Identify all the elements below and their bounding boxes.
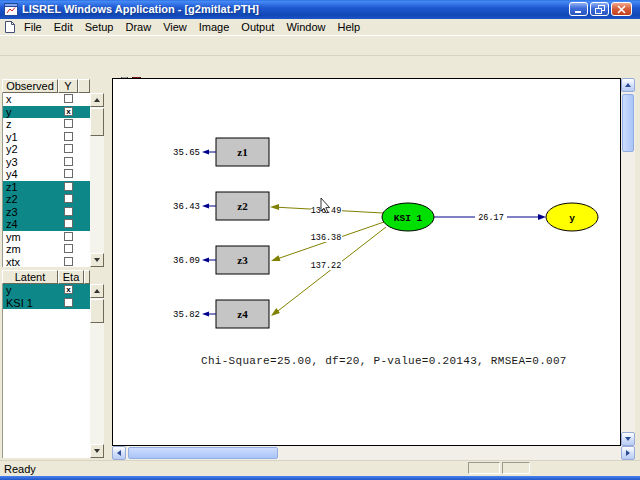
observed-row[interactable]: y2: [3, 143, 90, 156]
observed-box-z4[interactable]: z4: [216, 300, 269, 328]
structural-path-ksi1-y[interactable]: 26.17: [434, 210, 546, 223]
menu-output[interactable]: Output: [235, 19, 280, 35]
menu-setup[interactable]: Setup: [79, 19, 120, 35]
menu-help[interactable]: Help: [332, 19, 367, 35]
observed-row[interactable]: y4: [3, 168, 90, 181]
y-checkbox[interactable]: [64, 257, 73, 266]
svg-text:y: y: [569, 213, 575, 224]
scroll-right-button[interactable]: [621, 446, 635, 460]
scroll-down-button[interactable]: [90, 253, 104, 267]
observed-box-z3[interactable]: z3: [216, 246, 269, 274]
scroll-down-icon: [94, 258, 100, 262]
scroll-up-button[interactable]: [90, 284, 104, 298]
error-arrow-z4[interactable]: 35.82: [173, 310, 216, 320]
y-column-header[interactable]: Y: [58, 79, 78, 93]
minimize-button[interactable]: [569, 2, 588, 16]
menu-edit[interactable]: Edit: [48, 19, 79, 35]
svg-text:35.82: 35.82: [173, 310, 200, 320]
menu-window[interactable]: Window: [280, 19, 331, 35]
minimize-icon: [574, 5, 583, 13]
vertical-scrollbar[interactable]: [621, 78, 635, 446]
scroll-down-button[interactable]: [90, 444, 104, 458]
y-checkbox[interactable]: x: [64, 107, 73, 116]
menu-image[interactable]: Image: [193, 19, 236, 35]
svg-text:z1: z1: [237, 146, 247, 158]
observed-row[interactable]: z1: [3, 181, 90, 194]
scroll-left-icon: [117, 450, 121, 456]
eta-checkbox[interactable]: [64, 298, 73, 307]
observed-row[interactable]: ym: [3, 231, 90, 244]
observed-row[interactable]: z4: [3, 218, 90, 231]
horizontal-scrollbar[interactable]: [112, 446, 635, 460]
app-icon[interactable]: [4, 3, 18, 16]
app-window: LISREL Windows Application - [g2mitlat.P…: [0, 0, 640, 480]
observed-row[interactable]: yx: [3, 106, 90, 119]
observed-row[interactable]: z2: [3, 193, 90, 206]
latent-header-stub: [84, 270, 90, 284]
scrollbar-thumb[interactable]: [90, 299, 104, 323]
menu-view[interactable]: View: [157, 19, 193, 35]
observed-row[interactable]: y3: [3, 156, 90, 169]
status-panel: [468, 462, 500, 474]
path-diagram-canvas[interactable]: z1 z2 z3 z4 35.65 3: [112, 78, 621, 446]
menu-file[interactable]: File: [18, 19, 48, 35]
observed-row[interactable]: z3: [3, 206, 90, 219]
y-checkbox[interactable]: [64, 157, 73, 166]
variables-panel: Observed Y x yx z y1 y2 y3 y4 z1 z2 z3 z…: [0, 77, 112, 460]
scrollbar-thumb[interactable]: [90, 108, 104, 136]
observed-row[interactable]: xtx: [3, 256, 90, 268]
observed-box-z1[interactable]: z1: [216, 138, 269, 166]
title-bar: LISREL Windows Application - [g2mitlat.P…: [0, 0, 640, 19]
latent-factor-ellipse[interactable]: KSI 1: [382, 203, 434, 231]
svg-text:26.17: 26.17: [478, 213, 504, 223]
observed-row[interactable]: x: [3, 93, 90, 106]
scroll-down-button[interactable]: [621, 432, 635, 446]
y-checkbox[interactable]: [64, 182, 73, 191]
scroll-left-button[interactable]: [112, 446, 126, 460]
y-checkbox[interactable]: [64, 119, 73, 128]
fit-statistics-text: Chi-Square=25.00, df=20, P-value=0.20143…: [201, 355, 567, 367]
scrollbar-thumb[interactable]: [622, 94, 634, 152]
svg-text:KSI 1: KSI 1: [394, 213, 423, 224]
y-checkbox[interactable]: [64, 169, 73, 178]
y-checkbox[interactable]: [64, 94, 73, 103]
restore-button[interactable]: [590, 2, 609, 16]
document-icon[interactable]: [4, 21, 16, 33]
observed-scrollbar[interactable]: [90, 93, 104, 267]
latent-scrollbar[interactable]: [90, 284, 104, 458]
y-checkbox[interactable]: [64, 144, 73, 153]
latent-row[interactable]: KSI 1: [3, 297, 90, 310]
outcome-ellipse[interactable]: y: [546, 203, 598, 231]
y-checkbox[interactable]: [64, 232, 73, 241]
error-arrow-z2[interactable]: 36.43: [173, 202, 216, 212]
scrollbar-thumb[interactable]: [128, 447, 278, 459]
eta-checkbox[interactable]: x: [64, 285, 73, 294]
observed-box-z2[interactable]: z2: [216, 192, 269, 220]
latent-header[interactable]: Latent: [2, 270, 58, 284]
menu-draw[interactable]: Draw: [119, 19, 157, 35]
error-arrow-z1[interactable]: 35.65: [173, 148, 216, 158]
error-arrow-z3[interactable]: 36.09: [173, 256, 216, 266]
scroll-up-button[interactable]: [90, 93, 104, 107]
svg-text:137.22: 137.22: [311, 261, 342, 271]
observed-row[interactable]: zm: [3, 243, 90, 256]
observed-row[interactable]: y1: [3, 131, 90, 144]
scroll-up-icon: [625, 83, 631, 87]
close-button[interactable]: [611, 2, 632, 16]
y-checkbox[interactable]: [64, 207, 73, 216]
path-diagram: z1 z2 z3 z4 35.65 3: [113, 79, 620, 445]
svg-text:36.09: 36.09: [173, 256, 200, 266]
close-icon: [617, 5, 626, 14]
y-checkbox[interactable]: [64, 219, 73, 228]
svg-text:35.65: 35.65: [173, 148, 200, 158]
scroll-up-button[interactable]: [621, 78, 635, 92]
y-checkbox[interactable]: [64, 132, 73, 141]
y-checkbox[interactable]: [64, 244, 73, 253]
eta-column-header[interactable]: Eta: [58, 270, 84, 284]
latent-row[interactable]: yx: [3, 284, 90, 297]
y-checkbox[interactable]: [64, 194, 73, 203]
scroll-up-icon: [94, 289, 100, 293]
observed-header[interactable]: Observed: [2, 79, 58, 93]
observed-row[interactable]: z: [3, 118, 90, 131]
latent-list: yx KSI 1: [2, 284, 90, 458]
